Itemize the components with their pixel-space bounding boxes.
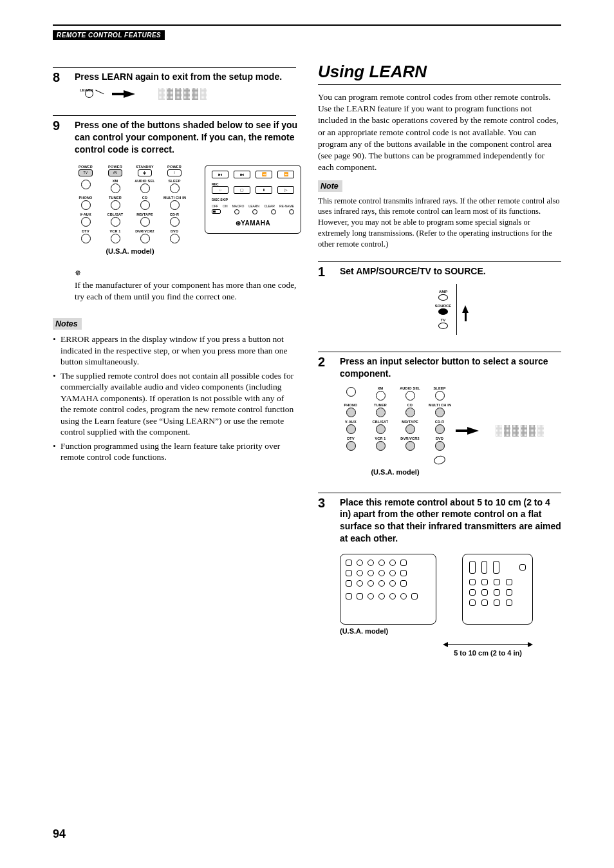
section-intro: You can program remote control codes fro…	[318, 91, 561, 174]
tv-label: TV	[441, 318, 446, 322]
notes-list: ERROR appears in the display window if y…	[53, 334, 296, 463]
grid-lbl: AUDIO SEL	[134, 179, 156, 183]
src-button	[140, 234, 150, 243]
grid-lbl: SLEEP	[163, 179, 185, 183]
section-title: Using LEARN	[318, 62, 561, 85]
step-9-number: 9	[53, 119, 64, 303]
step-1: 1 Set AMP/SOURCE/TV to SOURCE. AMP SOURC…	[318, 261, 561, 341]
note-item: Function programmed using the learn feat…	[53, 440, 296, 463]
src-button	[376, 441, 386, 451]
clear-knob-icon	[271, 209, 276, 214]
note-heading: Note	[318, 180, 342, 192]
right-column: Using LEARN You can program remote contr…	[318, 67, 561, 674]
header-label: REMOTE CONTROL FEATURES	[53, 30, 165, 40]
grid-lbl: XM	[104, 179, 126, 183]
grid-lbl: DTV	[340, 437, 362, 440]
step-3-title: Place this remote control about 5 to 10 …	[340, 496, 561, 545]
dimension-arrow-icon	[443, 639, 533, 646]
grid-lbl: AUDIO SEL	[399, 386, 421, 390]
step-3-number: 3	[318, 496, 330, 664]
src-button	[405, 391, 415, 401]
src-button	[140, 200, 150, 210]
src-button	[376, 408, 386, 417]
step-9: 9 Press one of the buttons shaded below …	[53, 115, 296, 303]
page-number: 94	[53, 827, 66, 841]
grid-lbl: CBL/SAT	[369, 420, 391, 424]
learn-label: LEARN	[248, 204, 259, 208]
rewind-button: ⏪	[256, 171, 272, 178]
off-on-switch-icon	[212, 209, 221, 214]
src-button	[435, 441, 445, 451]
step-9-illustration: POWERTV POWERAV STANDBY⏻ POWERI XM AUDIO…	[75, 165, 301, 255]
step-2-title: Press an input selector button to select…	[340, 355, 561, 380]
usa-model-caption: (U.S.A. model)	[340, 627, 436, 635]
standby-button: ⏻	[138, 169, 152, 176]
src-button	[170, 217, 180, 227]
grid-lbl: V-AUX	[75, 212, 97, 216]
header-rule	[53, 24, 561, 26]
grid-lbl: TUNER	[104, 196, 126, 200]
step-3: 3 Place this remote control about 5 to 1…	[318, 493, 561, 664]
pause-button: ⏸	[256, 186, 272, 194]
src-button	[435, 408, 445, 417]
grid-lbl: MULTI CH IN	[429, 403, 451, 407]
tip-icon: ✵	[75, 269, 81, 278]
src-button	[111, 200, 120, 210]
grid-lbl: POWER	[75, 165, 97, 169]
grid-lbl: STANDBY	[134, 165, 156, 169]
step-9-tip: If the manufacturer of your component ha…	[75, 279, 301, 303]
grid-lbl: PHONO	[340, 403, 362, 407]
play-button: ▷	[277, 186, 294, 194]
step-1-number: 1	[318, 265, 330, 341]
step-1-title: Set AMP/SOURCE/TV to SOURCE.	[340, 265, 561, 278]
note-item: ERROR appears in the display window if y…	[53, 334, 296, 368]
other-remote-icon	[462, 554, 533, 625]
grid-lbl: XM	[369, 386, 391, 390]
arrow-up-icon	[462, 305, 469, 313]
left-column: 8 Press LEARN again to exit from the set…	[53, 67, 296, 674]
distance-caption: 5 to 10 cm (2 to 4 in)	[443, 649, 533, 657]
step-8-illustration: LEARN	[81, 88, 296, 100]
src-button	[81, 234, 91, 243]
macro-label: MACRO	[232, 204, 245, 208]
src-button	[376, 391, 386, 401]
step-9-title: Press one of the buttons shaded below to…	[75, 119, 301, 156]
src-button	[346, 424, 356, 434]
rec-button: ○	[212, 186, 228, 194]
stop-button: ▢	[234, 186, 250, 194]
step-2-illustration: XM AUDIO SEL SLEEP PHONO TUNER CD MULTI …	[340, 386, 561, 476]
note-body: This remote control transmits infrared r…	[318, 196, 561, 250]
lcd-display-icon	[496, 425, 544, 437]
step-8: 8 Press LEARN again to exit from the set…	[53, 67, 296, 105]
src-button	[81, 200, 91, 210]
grid-lbl: CBL/SAT	[104, 212, 126, 216]
grid-lbl: V-AUX	[340, 420, 362, 424]
rename-label: RE-NAME	[279, 204, 294, 208]
input-selector-grid: XM AUDIO SEL SLEEP PHONO TUNER CD MULTI …	[340, 386, 451, 466]
arrow-right-icon	[467, 427, 479, 435]
src-button	[346, 408, 356, 417]
src-button	[405, 424, 415, 434]
av-button: AV	[108, 169, 122, 176]
src-button	[111, 184, 120, 193]
grid-lbl: CD	[399, 403, 421, 407]
src-button	[81, 180, 91, 189]
grid-lbl: POWER	[104, 165, 126, 169]
next-track-button: ⏭	[234, 171, 250, 178]
grid-lbl: VCR 1	[369, 437, 391, 440]
remote-lower-panel: ⏮ ⏭ ⏪ ⏩ REC ○ ▢ ⏸ ▷ DISC SKIP	[205, 165, 301, 234]
grid-lbl: TUNER	[369, 403, 391, 407]
this-remote-icon	[340, 554, 436, 625]
yamaha-logo: ⊛YAMAHA	[212, 220, 294, 227]
grid-lbl: DVD	[163, 229, 185, 233]
two-column-layout: 8 Press LEARN again to exit from the set…	[53, 67, 561, 674]
src-button	[346, 387, 356, 397]
grid-lbl: POWER	[163, 165, 185, 169]
grid-lbl: MD/TAPE	[399, 420, 421, 424]
src-button	[111, 234, 120, 243]
notes-heading: Notes	[53, 318, 82, 330]
note-item: The supplied remote control does not con…	[53, 370, 296, 438]
amp-label: AMP	[439, 290, 447, 294]
usa-model-caption: (U.S.A. model)	[75, 247, 185, 255]
src-button	[81, 217, 91, 227]
